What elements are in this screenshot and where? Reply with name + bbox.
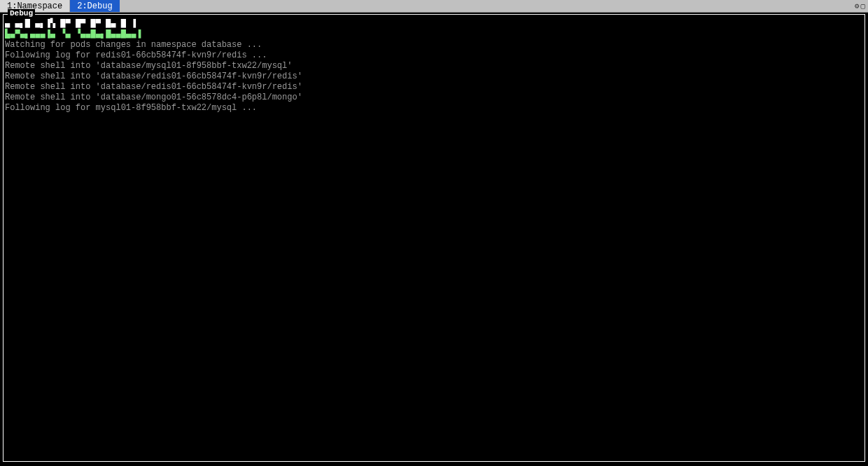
log-line: Remote shell into 'database/mongo01-56c8… <box>4 92 864 103</box>
log-line: Remote shell into 'database/redis01-66cb… <box>4 71 864 82</box>
log-line: Following log for mysql01-8f958bbf-txw22… <box>4 103 864 114</box>
tab-bar: 1:Namespace 2:Debug ⚙ ▢ <box>0 0 868 13</box>
ascii-banner-line-2: ▙▄▀▄▖▄▄▄▐▄ ▝▄ ▝▄▄█▄▖█▄▄█▄▄▐ <box>4 29 864 40</box>
log-line: Remote shell into 'database/redis01-66cb… <box>4 82 864 92</box>
maximize-icon[interactable]: ▢ <box>860 1 865 11</box>
panel-title: Debug <box>8 9 35 18</box>
log-line: Following log for redis01-66cb58474f-kvn… <box>4 50 864 61</box>
ascii-banner-line-1: ▄ ▄▖█ ▄▖▐▚ █▀ █▀ █▀ █▄ █ ▐ <box>4 19 864 29</box>
gear-icon[interactable]: ⚙ <box>855 1 860 11</box>
log-line: Watching for pods changes in namespace d… <box>4 40 864 50</box>
log-line: Remote shell into 'database/mysql01-8f95… <box>4 61 864 71</box>
panel-content: ▄ ▄▖█ ▄▖▐▚ █▀ █▀ █▀ █▄ █ ▐ ▙▄▀▄▖▄▄▄▐▄ ▝▄… <box>4 15 864 114</box>
tab-debug[interactable]: 2:Debug <box>70 0 119 12</box>
debug-panel: Debug ▄ ▄▖█ ▄▖▐▚ █▀ █▀ █▀ █▄ █ ▐ ▙▄▀▄▖▄▄… <box>3 14 865 462</box>
toolbar-icons: ⚙ ▢ <box>855 0 868 12</box>
tab-bar-spacer <box>120 0 855 12</box>
